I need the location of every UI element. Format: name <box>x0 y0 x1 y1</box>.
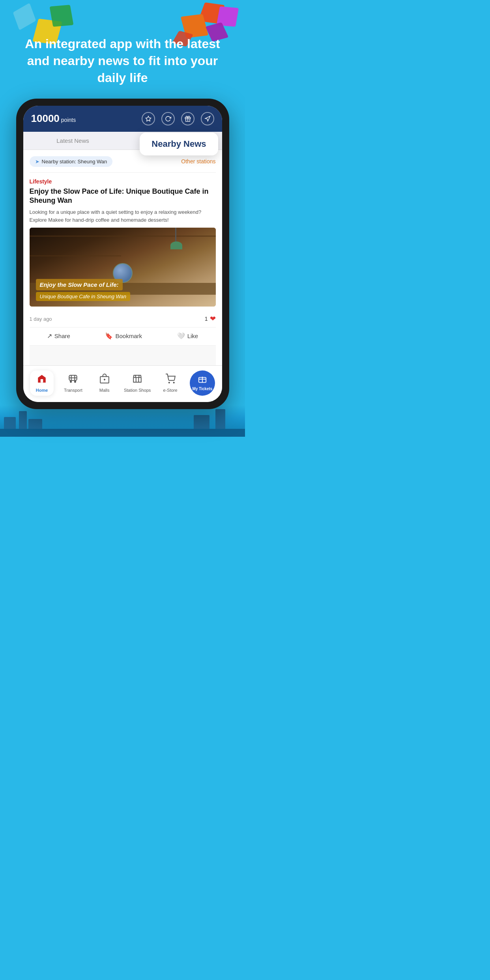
article-image-overlay: Enjoy the Slow Pace of Life: Unique Bout… <box>30 273 216 307</box>
shelf-1 <box>30 236 216 237</box>
gift-icon-button[interactable] <box>181 112 195 125</box>
next-article-preview <box>30 346 216 365</box>
header-icons <box>142 112 214 125</box>
points-number: 10000 <box>31 112 60 125</box>
tab-latest-news[interactable]: Latest News <box>23 132 123 150</box>
article-category: Lifestyle <box>30 178 216 185</box>
app-header: 10000 points <box>23 106 222 132</box>
like-icon: 🤍 <box>177 332 185 340</box>
nearby-tooltip-text: Nearby News <box>151 139 206 149</box>
svg-point-11 <box>173 382 174 383</box>
tab-bar: Latest News Nearby News Nearby News <box>23 132 222 150</box>
points-display: 10000 points <box>31 112 76 125</box>
article-footer: 1 day ago 1 ❤ <box>30 310 216 327</box>
home-icon <box>37 374 47 386</box>
article-title[interactable]: Enjoy the Slow Pace of Life: Unique Bout… <box>30 187 216 206</box>
tickets-icon <box>198 376 207 386</box>
refresh-icon-button[interactable] <box>161 112 175 125</box>
lamp-cord <box>175 228 176 243</box>
action-buttons: ↗ Share 🔖 Bookmark 🤍 Like <box>30 327 216 346</box>
article-image-title: Enjoy the Slow Pace of Life: <box>36 279 123 290</box>
nav-malls-label: Malls <box>99 388 110 393</box>
malls-icon <box>99 374 110 386</box>
heart-icon: ❤ <box>210 314 216 323</box>
like-label: Like <box>187 333 198 339</box>
bottom-nav: Home Transport Malls <box>23 365 222 402</box>
content-area: ➤ Nearby station: Sheung Wan Other stati… <box>23 150 222 366</box>
shelf-2 <box>30 255 121 256</box>
nav-item-malls[interactable]: Malls <box>93 374 116 393</box>
share-icon: ↗ <box>47 332 52 340</box>
svg-marker-0 <box>146 116 151 121</box>
lamp-shade <box>170 241 182 249</box>
phone-mockup: 10000 points <box>0 99 245 410</box>
bookmark-button[interactable]: 🔖 Bookmark <box>105 332 142 340</box>
nav-transport-label: Transport <box>64 388 82 393</box>
transport-icon <box>68 374 78 386</box>
nav-item-transport[interactable]: Transport <box>61 374 85 393</box>
estore-icon <box>165 374 176 386</box>
other-stations-link[interactable]: Other stations <box>181 158 215 165</box>
water-surface <box>0 429 245 437</box>
star-icon-button[interactable] <box>142 112 155 125</box>
my-tickets-button[interactable]: My Tickets <box>190 370 215 396</box>
hero-title: An integrated app with the latest and ne… <box>0 0 245 99</box>
location-icon: ➤ <box>35 159 39 165</box>
station-badge[interactable]: ➤ Nearby station: Sheung Wan <box>30 156 113 167</box>
svg-rect-3 <box>41 379 43 383</box>
nearby-news-tooltip: Nearby News <box>140 133 218 155</box>
likes-count: 1 <box>205 316 208 322</box>
phone-outer: 10000 points <box>16 99 229 410</box>
svg-point-10 <box>168 382 169 383</box>
nav-item-home[interactable]: Home <box>30 370 54 396</box>
nav-estore-label: e-Store <box>163 388 178 393</box>
station-row: ➤ Nearby station: Sheung Wan Other stati… <box>30 156 216 167</box>
article-image[interactable]: Enjoy the Slow Pace of Life: Unique Bout… <box>30 228 216 307</box>
tickets-label: My Tickets <box>192 387 212 391</box>
article-time: 1 day ago <box>30 316 52 322</box>
article-likes: 1 ❤ <box>205 314 216 323</box>
station-shops-icon <box>132 374 142 386</box>
nav-home-label: Home <box>36 388 48 393</box>
waterfront-scene <box>0 405 245 437</box>
article-section: Lifestyle Enjoy the Slow Pace of Life: U… <box>30 172 216 366</box>
megaphone-icon-button[interactable] <box>201 112 214 125</box>
share-label: Share <box>54 333 70 339</box>
nav-item-estore[interactable]: e-Store <box>159 374 182 393</box>
nav-station-shops-label: Station Shops <box>124 388 151 393</box>
article-excerpt: Looking for a unique place with a quiet … <box>30 208 216 224</box>
article-image-subtitle: Unique Boutique Cafe in Sheung Wan <box>36 292 130 301</box>
phone-inner: 10000 points <box>23 106 222 402</box>
bookmark-icon: 🔖 <box>105 332 113 340</box>
like-button[interactable]: 🤍 Like <box>177 332 198 340</box>
bookmark-label: Bookmark <box>115 333 142 339</box>
station-badge-text: Nearby station: Sheung Wan <box>42 159 107 165</box>
share-button[interactable]: ↗ Share <box>47 332 70 340</box>
points-label: points <box>61 117 76 123</box>
nav-item-station-shops[interactable]: Station Shops <box>124 374 151 393</box>
